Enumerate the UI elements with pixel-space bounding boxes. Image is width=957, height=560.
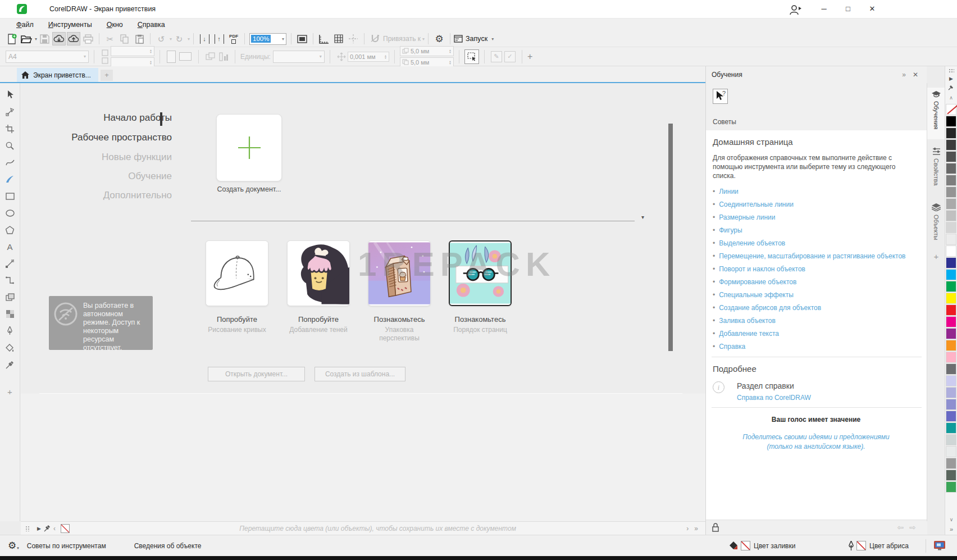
- feedback-link-line1[interactable]: Поделитесь своими идеями и предложениями: [742, 433, 889, 441]
- docker-close-icon[interactable]: ✕: [909, 71, 922, 79]
- palette-swatch[interactable]: [946, 198, 956, 210]
- status-gear-dropdown-icon[interactable]: ▾: [17, 546, 19, 550]
- shape-tool-icon[interactable]: [3, 103, 17, 120]
- palette-eyedropper-icon[interactable]: [945, 84, 957, 93]
- docker-tab-objects[interactable]: Объекты: [927, 200, 945, 249]
- welcome-scrollbar[interactable]: [668, 124, 673, 351]
- menu-window[interactable]: Окно: [99, 21, 130, 29]
- palette-swatch[interactable]: [946, 186, 956, 198]
- help-link-row[interactable]: •Фигуры: [713, 226, 922, 235]
- add-tool-button[interactable]: +: [3, 383, 17, 400]
- document-palette-eyedropper-icon[interactable]: [44, 525, 51, 532]
- help-link-row[interactable]: •Размерные линии: [713, 213, 922, 222]
- document-palette-scroll-right-icon[interactable]: ›: [683, 525, 691, 532]
- palette-swatch[interactable]: [946, 375, 956, 386]
- status-gear-icon[interactable]: ⚙: [8, 540, 16, 552]
- no-color-swatch[interactable]: [61, 524, 70, 533]
- fullscreen-preview-icon[interactable]: [295, 32, 309, 45]
- cloud-open-icon[interactable]: [52, 32, 66, 45]
- open-dropdown-icon[interactable]: ▾: [35, 37, 37, 42]
- palette-swatch[interactable]: [946, 234, 956, 245]
- launch-menu[interactable]: Запуск ▾: [454, 35, 494, 43]
- tool-hints-label[interactable]: Советы по инструментам: [27, 542, 106, 550]
- rectangle-tool-icon[interactable]: [3, 188, 17, 204]
- pen-tool-icon[interactable]: [3, 322, 17, 339]
- docker-tab-properties[interactable]: Свойства: [927, 144, 945, 195]
- share-account-icon[interactable]: [789, 3, 803, 16]
- nav-workspace[interactable]: Рабочее пространство: [21, 132, 172, 143]
- nav-new-features[interactable]: Новые функции: [21, 152, 172, 163]
- zoom-tool-icon[interactable]: [3, 137, 17, 154]
- publish-pdf-icon[interactable]: PDF: [227, 32, 240, 45]
- palette-swatch[interactable]: [946, 399, 956, 410]
- zoom-level-combo[interactable]: 100% ▾: [249, 33, 286, 45]
- palette-swatch[interactable]: [946, 481, 956, 493]
- help-link-row[interactable]: •Специальные эффекты: [713, 290, 922, 299]
- document-palette-expand-icon[interactable]: »: [691, 525, 701, 532]
- proof-colors-icon[interactable]: [933, 540, 946, 551]
- palette-swatch[interactable]: [946, 116, 956, 127]
- palette-swatch[interactable]: [946, 151, 956, 162]
- help-link-row[interactable]: •Заливка объектов: [713, 316, 922, 325]
- pick-tool-icon[interactable]: [3, 86, 17, 103]
- palette-swatch[interactable]: [946, 128, 956, 139]
- new-from-template-button[interactable]: Создать из шаблона...: [315, 367, 405, 381]
- help-link-row[interactable]: •Соединительные линии: [713, 200, 922, 209]
- palette-swatch[interactable]: [946, 304, 956, 316]
- treat-as-filled-button[interactable]: [464, 49, 479, 64]
- open-document-icon[interactable]: [20, 32, 33, 45]
- import-icon[interactable]: ↓: [198, 32, 211, 45]
- cloud-save-icon[interactable]: [67, 32, 80, 45]
- new-tab-button[interactable]: +: [101, 70, 113, 81]
- palette-swatch[interactable]: [946, 210, 956, 221]
- outline-color-swatch[interactable]: [856, 541, 866, 550]
- crop-tool-icon[interactable]: [3, 120, 17, 137]
- palette-swatch[interactable]: [946, 446, 956, 457]
- document-palette-flyout-icon[interactable]: ▶: [34, 526, 44, 531]
- help-link-row[interactable]: •Поворот и наклон объектов: [713, 265, 922, 274]
- tile-draw-curves[interactable]: [206, 240, 268, 306]
- connector-tool-icon[interactable]: [3, 272, 17, 289]
- pin-docker-icon[interactable]: [712, 523, 719, 532]
- eyedropper-tool-icon[interactable]: [3, 356, 17, 373]
- add-docker-button[interactable]: +: [927, 252, 945, 261]
- fill-color-swatch[interactable]: [741, 541, 750, 550]
- customize-plus-button[interactable]: +: [527, 52, 532, 62]
- interactive-fill-tool-icon[interactable]: [3, 339, 17, 356]
- menu-help[interactable]: Справка: [130, 21, 172, 29]
- zoom-dropdown-icon[interactable]: ▾: [282, 37, 284, 42]
- menu-file[interactable]: Файл: [9, 21, 41, 29]
- palette-swatch[interactable]: [946, 245, 956, 257]
- tile-add-shadows[interactable]: [287, 240, 350, 306]
- nav-learning[interactable]: Обучение: [21, 171, 172, 182]
- palette-expand-icon[interactable]: »: [945, 526, 957, 532]
- palette-swatch[interactable]: [946, 175, 956, 186]
- maximize-button[interactable]: □: [837, 0, 859, 18]
- palette-swatch[interactable]: [946, 316, 956, 327]
- artistic-media-tool-icon[interactable]: [3, 171, 17, 188]
- welcome-screen-tab[interactable]: Экран приветств...: [17, 68, 98, 82]
- palette-swatch[interactable]: [946, 328, 956, 339]
- show-grid-icon[interactable]: [332, 32, 345, 45]
- help-link-row[interactable]: •Справка: [713, 342, 922, 351]
- palette-swatch[interactable]: [946, 387, 956, 398]
- help-link-row[interactable]: •Выделение объектов: [713, 239, 922, 248]
- transparency-tool-icon[interactable]: [3, 306, 17, 322]
- options-gear-icon[interactable]: ⚙: [432, 32, 446, 45]
- palette-swatch[interactable]: [946, 222, 956, 233]
- palette-swatch[interactable]: [946, 281, 956, 292]
- polygon-tool-icon[interactable]: [3, 221, 17, 238]
- help-link-row[interactable]: •Создание абрисов для объектов: [713, 303, 922, 312]
- palette-swatch[interactable]: [946, 352, 956, 363]
- coreldraw-help-link[interactable]: Справка по CorelDRAW: [737, 394, 811, 402]
- palette-flyout-icon[interactable]: ▶: [945, 74, 957, 83]
- docker-tab-hints[interactable]: Обучения: [927, 88, 945, 139]
- feedback-link-line2[interactable]: (только на английском языке).: [767, 443, 865, 450]
- collapse-section-icon[interactable]: ▾: [641, 214, 644, 220]
- palette-swatch-none[interactable]: [946, 104, 956, 115]
- palette-swatch[interactable]: [946, 434, 956, 445]
- palette-swatch[interactable]: [946, 163, 956, 174]
- palette-swatch[interactable]: [946, 411, 956, 422]
- close-button[interactable]: ✕: [861, 0, 883, 18]
- ellipse-tool-icon[interactable]: [3, 204, 17, 221]
